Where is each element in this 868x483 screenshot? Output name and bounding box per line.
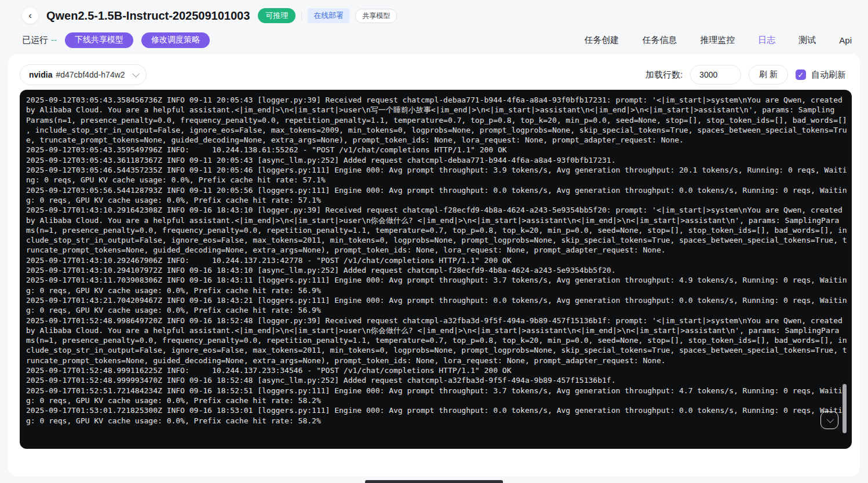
- log-line: g: 0 reqs, GPU KV cache usage: 0.0%, Pre…: [26, 286, 852, 295]
- badge-online-deploy: 在线部署: [308, 8, 349, 23]
- log-line: runcate_prompt_tokens=None, guided_decod…: [26, 356, 852, 365]
- log-line: ng: 0 reqs, GPU KV cache usage: 0.0%, Pr…: [26, 175, 852, 185]
- tab-logs[interactable]: 日志: [758, 35, 775, 46]
- instance-id: #d47cbf4dd-h74w2: [56, 70, 125, 79]
- model-badges: 可推理在线部署共享模型: [258, 8, 397, 23]
- log-line: g: 0 reqs, GPU KV cache usage: 0.0%, Pre…: [26, 305, 852, 315]
- log-line: runcate_prompt_tokens=None, guided_decod…: [26, 245, 852, 255]
- log-line: ms(n=1, presence_penalty=0.0, frequency_…: [26, 335, 852, 345]
- log-line: ms(n=1, presence_penalty=0.0, frequency_…: [26, 225, 852, 235]
- chevron-left-icon: ‹: [28, 10, 32, 20]
- log-line: , include_stop_str_in_output=False, igno…: [26, 125, 852, 135]
- log-scrollbar-thumb[interactable]: [843, 384, 847, 433]
- log-line: Params(n=1, presence_penalty=0.0, freque…: [26, 115, 852, 125]
- auto-refresh-toggle[interactable]: ✓ 自动刷新: [796, 69, 846, 80]
- badge-shared-model: 共享模型: [355, 9, 397, 23]
- log-line: 2025-09-17T01:43:10.294107972Z INFO 09-1…: [26, 265, 852, 275]
- tab-task-info[interactable]: 任务信息: [642, 35, 677, 46]
- log-line: by Alibaba Cloud. You are a helpful assi…: [26, 325, 852, 335]
- tab-inference-monitor[interactable]: 推理监控: [700, 35, 735, 46]
- log-line: 2025-09-17T01:52:51.721484234Z INFO 09-1…: [26, 386, 852, 396]
- log-line: 2025-09-12T03:05:56.544128793Z INFO 09-1…: [26, 185, 852, 195]
- log-controls: 加载行数: 刷 新 ✓ 自动刷新: [645, 65, 846, 85]
- log-line: e, truncate_prompt_tokens=None, guided_d…: [26, 135, 852, 145]
- log-line: g: 0 reqs, GPU KV cache usage: 0.0%, Pre…: [26, 396, 852, 405]
- auto-refresh-checkbox[interactable]: ✓: [796, 69, 806, 80]
- check-icon: ✓: [798, 71, 804, 79]
- log-line: 2025-09-12T03:05:43.358456736Z INFO 09-1…: [26, 95, 852, 105]
- home-indicator-bar: [365, 480, 503, 483]
- modify-schedule-policy-button[interactable]: 修改调度策略: [141, 32, 210, 48]
- page-header: ‹ Qwen2.5-1.5B-Instruct-202509101003 可推理…: [22, 7, 397, 24]
- offline-shared-model-button[interactable]: 下线共享模型: [65, 32, 133, 48]
- run-status: 已运行--: [22, 35, 57, 46]
- chevron-down-icon: [132, 70, 140, 78]
- log-line: 2025-09-17T01:52:48.999116225Z INFO: 10.…: [26, 365, 852, 375]
- log-line: 2025-09-12T03:05:43.359549796Z INFO: 10.…: [26, 145, 852, 155]
- back-button[interactable]: ‹: [22, 8, 38, 24]
- tab-test[interactable]: 测试: [798, 35, 816, 46]
- log-panel-card: nvidia #d47cbf4dd-h74w2 加载行数: 刷 新 ✓ 自动刷新…: [8, 54, 860, 477]
- log-line: 2025-09-17T01:43:11.703908306Z INFO 09-1…: [26, 275, 852, 285]
- load-lines-input[interactable]: [690, 65, 741, 85]
- log-line: 2025-09-17T01:52:48.998649720Z INFO 09-1…: [26, 316, 852, 325]
- log-line: 2025-09-17T01:52:48.999993470Z INFO 09-1…: [26, 375, 852, 385]
- log-line: clude_stop_str_in_output=False, ignore_e…: [26, 345, 852, 355]
- nav-tabs: 任务创建任务信息推理监控日志测试Api: [584, 32, 852, 48]
- load-lines-label: 加载行数:: [645, 69, 683, 80]
- log-line: 2025-09-17T01:43:10.292467906Z INFO: 10.…: [26, 255, 852, 265]
- log-line: clude_stop_str_in_output=False, ignore_e…: [26, 235, 852, 245]
- log-line: 2025-09-17T01:43:21.704209467Z INFO 09-1…: [26, 295, 852, 305]
- run-status-value: --: [51, 35, 57, 45]
- log-line: 2025-09-12T03:05:43.361187367Z INFO 09-1…: [26, 155, 852, 165]
- run-status-label: 已运行: [22, 35, 48, 45]
- page-title: Qwen2.5-1.5B-Instruct-202509101003: [46, 9, 250, 23]
- log-terminal[interactable]: 2025-09-12T03:05:43.358456736Z INFO 09-1…: [20, 90, 852, 449]
- log-line: by Alibaba Cloud. You are a helpful assi…: [26, 215, 852, 225]
- log-line: 2025-09-17T01:53:01.721825300Z INFO 09-1…: [26, 405, 852, 415]
- log-line: 2025-09-12T03:05:46.544357235Z INFO 09-1…: [26, 165, 852, 175]
- chevron-down-icon: [827, 416, 834, 423]
- instance-vendor: nvidia: [29, 70, 52, 79]
- log-output: 2025-09-12T03:05:43.358456736Z INFO 09-1…: [26, 95, 852, 426]
- badge-divider: [301, 12, 302, 20]
- scroll-to-bottom-button[interactable]: [820, 411, 838, 429]
- badge-inferable: 可推理: [258, 8, 296, 23]
- log-line: g: 0 reqs, GPU KV cache usage: 0.0%, Pre…: [26, 195, 852, 205]
- log-line: 2025-09-17T01:43:10.291642308Z INFO 09-1…: [26, 205, 852, 215]
- tab-api[interactable]: Api: [839, 35, 852, 45]
- instance-selector-dropdown[interactable]: nvidia #d47cbf4dd-h74w2: [20, 64, 147, 85]
- refresh-button[interactable]: 刷 新: [749, 65, 788, 85]
- tab-task-create[interactable]: 任务创建: [584, 35, 619, 46]
- action-toolbar: 已运行-- 下线共享模型 修改调度策略: [22, 32, 210, 48]
- log-line: by Alibaba Cloud. You are a helpful assi…: [26, 105, 852, 115]
- auto-refresh-label: 自动刷新: [811, 69, 846, 80]
- log-line: g: 0 reqs, GPU KV cache usage: 0.0%, Pre…: [26, 416, 852, 426]
